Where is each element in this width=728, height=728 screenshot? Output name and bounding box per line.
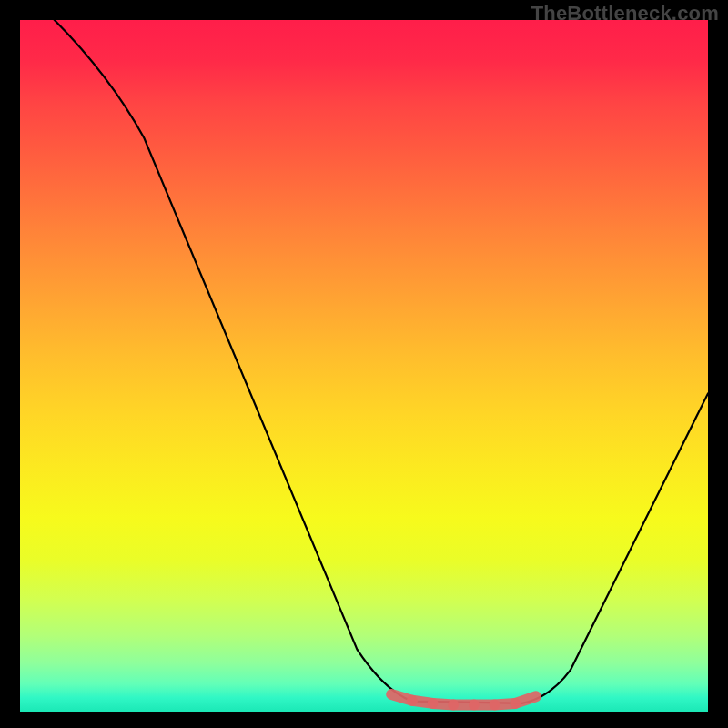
highlight-markers	[391, 694, 536, 706]
bottleneck-curve	[55, 20, 708, 703]
curve-layer	[20, 20, 708, 712]
chart-frame: TheBottleneck.com	[0, 0, 728, 728]
plot-area	[20, 20, 708, 712]
